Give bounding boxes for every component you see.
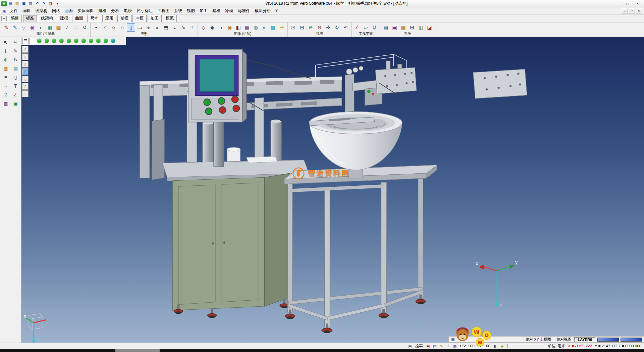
tab-die[interactable]: 冲模: [132, 15, 147, 22]
sketch-pen-icon[interactable]: ✎: [11, 47, 20, 55]
undo-icon[interactable]: ↶: [34, 1, 40, 6]
top-view-icon[interactable]: [51, 38, 57, 44]
surface-patch-icon[interactable]: ▧: [1, 64, 10, 73]
document-sheet-icon[interactable]: ▣: [11, 99, 20, 107]
menu-item[interactable]: ?: [273, 7, 280, 14]
angle-snap-icon[interactable]: ∠: [11, 91, 20, 99]
viewport-slot-5[interactable]: ▯: [22, 76, 29, 82]
visibility-icon[interactable]: ◐: [37, 23, 45, 32]
magnet-snap-icon[interactable]: ◉: [28, 23, 37, 32]
circle-tool-icon[interactable]: ○: [109, 23, 118, 32]
tab-machining[interactable]: 加工: [148, 15, 162, 22]
close-button[interactable]: ×: [633, 1, 643, 7]
cylinder-body-icon[interactable]: ▯: [11, 73, 20, 81]
green-button[interactable]: [218, 98, 225, 104]
section-view-icon[interactable]: ◧: [234, 23, 243, 32]
bottom-view-icon[interactable]: [80, 38, 87, 44]
color-filter-icon[interactable]: ▨: [54, 23, 63, 32]
menu-item[interactable]: 实体编辑: [75, 7, 96, 14]
redo-icon[interactable]: ↷: [41, 1, 47, 6]
two-d-view-icon[interactable]: 2: [1, 91, 10, 99]
lock-toggle[interactable]: 拴牢: [415, 344, 423, 349]
annotation-icon[interactable]: T: [11, 82, 20, 90]
database-icon[interactable]: ▥: [417, 23, 425, 32]
sheet-body-icon[interactable]: ▤: [11, 64, 20, 73]
shaded-mode-icon[interactable]: ◑: [217, 23, 225, 32]
line-tool-icon[interactable]: ∕: [101, 23, 109, 32]
sweep-tool-icon[interactable]: ∿: [179, 23, 187, 32]
red-button[interactable]: [233, 105, 240, 112]
workplane-reset-icon[interactable]: ↺: [370, 23, 379, 32]
tab-modeling[interactable]: 建模: [57, 15, 71, 22]
plotter-icon[interactable]: ◪: [425, 23, 434, 32]
view-blank-icon[interactable]: [29, 38, 35, 44]
menu-item[interactable]: 编辑: [20, 7, 33, 14]
pen-status-icon[interactable]: ✎: [439, 344, 444, 348]
minimize-button[interactable]: –: [612, 1, 623, 7]
maximize-button[interactable]: □: [623, 1, 633, 7]
arc-tool-icon[interactable]: ∩: [118, 23, 126, 32]
menu-item[interactable]: 尺寸标注: [134, 7, 155, 14]
trim-scissors-icon[interactable]: ✂: [11, 38, 20, 46]
dimetric-view-icon[interactable]: [95, 38, 102, 44]
zoom-fit-icon[interactable]: ⊡: [289, 23, 298, 32]
zoom-out-icon[interactable]: ⊖: [315, 23, 324, 32]
rotate-element-icon[interactable]: ↻: [11, 56, 20, 64]
menu-item[interactable]: 冲模: [223, 7, 235, 14]
menu-item[interactable]: 模流分析: [252, 7, 273, 14]
highlight-status-icon[interactable]: ◉: [500, 344, 505, 348]
capture-status-icon[interactable]: ▣: [426, 344, 431, 348]
point-tool-icon[interactable]: •: [92, 23, 100, 32]
measure-icon[interactable]: ↔: [1, 82, 10, 90]
rotate-view-icon[interactable]: ↻: [333, 23, 341, 32]
viewport-slot-6[interactable]: ▯: [22, 83, 29, 90]
red-button[interactable]: [219, 107, 226, 114]
menu-item[interactable]: 电极: [121, 7, 134, 14]
view-list-icon[interactable]: ☰: [22, 38, 29, 44]
previous-view-icon[interactable]: ↶: [341, 23, 350, 32]
cylinder-tool-icon[interactable]: ▯: [127, 23, 135, 32]
profile-2d-status-icon[interactable]: 2: [446, 344, 451, 348]
axonometric-view-icon[interactable]: [88, 38, 94, 44]
viewport-slot-4[interactable]: ▯: [22, 68, 29, 75]
right-view-icon[interactable]: [58, 38, 65, 44]
text-tool-icon[interactable]: T: [188, 23, 196, 32]
tab-mold[interactable]: 塑模: [117, 15, 131, 22]
menu-item[interactable]: 系统: [172, 7, 184, 14]
back-view-icon[interactable]: [73, 38, 79, 44]
transparency-icon[interactable]: ◍: [252, 23, 260, 32]
customize-dropdown-icon[interactable]: ▾: [54, 1, 60, 6]
menu-item[interactable]: 网格: [50, 7, 62, 14]
document-mdi-icon[interactable]: ▣: [1, 9, 7, 13]
calculator-icon[interactable]: ⊞: [408, 23, 416, 32]
attribute-copy-icon[interactable]: ✎: [11, 23, 19, 32]
translate-icon[interactable]: ✛: [1, 47, 10, 55]
reset-filter-icon[interactable]: ↺: [80, 23, 89, 32]
menu-item[interactable]: 建模: [96, 7, 109, 14]
material-icon[interactable]: ▩: [269, 23, 277, 32]
cone-tool-icon[interactable]: ▲: [153, 23, 161, 32]
extrude-tool-icon[interactable]: ⬒: [162, 23, 170, 32]
mdi-restore-button[interactable]: □: [629, 8, 635, 13]
hmi-screen[interactable]: [200, 59, 234, 91]
new-document-icon[interactable]: ▤: [7, 1, 13, 6]
electrical-cabinet[interactable]: [173, 173, 290, 310]
select-arrow-icon[interactable]: ↖: [1, 38, 10, 46]
iso-view-icon[interactable]: [36, 38, 43, 44]
stack-layers-icon[interactable]: ≡: [1, 73, 10, 81]
mdi-minimize-button[interactable]: –: [622, 8, 628, 13]
visi-logo-icon[interactable]: V: [1, 1, 7, 6]
feeder-table[interactable]: [284, 165, 437, 327]
shadow-mode-icon[interactable]: ◐: [260, 23, 269, 32]
layer-indicator[interactable]: LAYER0: [574, 337, 596, 342]
system-settings-icon[interactable]: ▣: [390, 23, 399, 32]
point-filter-icon[interactable]: ∴: [72, 23, 80, 32]
mounting-plate[interactable]: [473, 69, 527, 98]
menu-item[interactable]: 标准件: [235, 7, 252, 14]
coordinate-system-button[interactable]: 绝对 XY 上视图: [525, 337, 552, 342]
viewport-slot-2[interactable]: ▯: [22, 53, 29, 60]
tab-dimension[interactable]: 尺寸: [87, 15, 101, 22]
menu-item[interactable]: 塑模: [210, 7, 223, 14]
tab-standard[interactable]: 标准: [23, 15, 37, 22]
graphics-viewport[interactable]: x x y z ☰: [21, 37, 644, 343]
